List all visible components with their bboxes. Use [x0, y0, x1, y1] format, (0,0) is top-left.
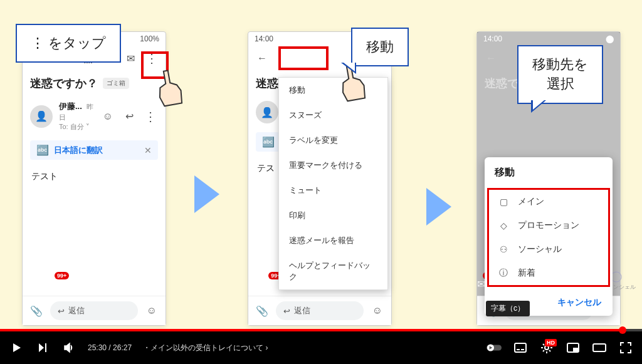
sheet-title: 移動 [485, 157, 613, 188]
callout-tap-more: ⋮ をタップ [16, 24, 121, 63]
theater-button[interactable] [592, 340, 607, 355]
back-icon[interactable]: ← [483, 51, 498, 66]
translate-icon: 🔤 [36, 144, 49, 156]
translate-bar[interactable]: 🔤 日本語に翻訳 ✕ [30, 140, 158, 160]
youtube-controls: 25:30 / 26:27 ・メイン以外の受信トレイについて › HD [0, 331, 642, 364]
sender-name: 伊藤... [59, 101, 82, 111]
sender-more-icon[interactable]: ⋮ [143, 109, 158, 124]
people-icon: ⚇ [498, 244, 509, 254]
highlight-more-button [141, 51, 169, 79]
move-option-updates[interactable]: ⓘ新着 [489, 261, 608, 285]
phone-screen-2: 14:00⬤ ← 迷惑 👤 🔤 テス 移動 スヌーズ ラベルを変更 重要マークを… [248, 31, 392, 326]
move-option-main[interactable]: ▢メイン [489, 190, 608, 214]
tag-icon: ◇ [498, 221, 509, 231]
menu-important[interactable]: 重要マークを付ける [279, 153, 387, 178]
move-option-social[interactable]: ⚇ソーシャル [489, 237, 608, 261]
email-subject: 迷惑 [256, 76, 278, 91]
avatar: 👤 [256, 101, 278, 123]
close-icon[interactable]: ✕ [144, 145, 152, 155]
option-label: プロモーション [518, 220, 579, 231]
option-label: ソーシャル [518, 244, 562, 255]
option-label: メイン [518, 196, 544, 207]
menu-snooze[interactable]: スヌーズ [279, 103, 387, 128]
step-arrow-icon [426, 188, 451, 226]
play-button[interactable] [9, 340, 24, 355]
autoplay-toggle[interactable] [487, 340, 502, 355]
hd-badge: HD [545, 339, 557, 346]
settings-button[interactable]: HD [539, 340, 554, 355]
email-body: テスト [23, 164, 166, 190]
emoji-icon[interactable]: ☺ [100, 109, 115, 124]
chapter-title[interactable]: ・メイン以外の受信トレイについて › [143, 343, 268, 353]
translate-text: 日本語に翻訳 [54, 145, 139, 156]
time-text: 14:00 [255, 34, 273, 43]
more-menu: 移動 スヌーズ ラベルを変更 重要マークを付ける ミュート 印刷 迷惑メールを報… [278, 77, 388, 290]
back-icon[interactable]: ← [255, 51, 270, 66]
sender-to: To: 自分 ˅ [59, 122, 94, 132]
avatar: 👤 [30, 105, 53, 128]
menu-print[interactable]: 印刷 [279, 203, 387, 228]
time-display: 25:30 / 26:27 [88, 343, 132, 352]
subtitle-tooltip: 字幕（c） [486, 301, 530, 316]
menu-label[interactable]: ラベルを変更 [279, 128, 387, 153]
inbox-icon: ▢ [498, 197, 509, 207]
sheet-list: ▢メイン ◇プロモーション ⚇ソーシャル ⓘ新着 [487, 188, 610, 287]
translate-icon: 🔤 [262, 136, 275, 148]
svg-rect-5 [521, 349, 524, 350]
email-subject: 迷惑ですか？ [30, 76, 98, 91]
fullscreen-button[interactable] [618, 340, 633, 355]
option-label: 新着 [518, 268, 535, 279]
miniplayer-button[interactable] [566, 340, 581, 355]
menu-mute[interactable]: ミュート [279, 178, 387, 203]
label-chip: ゴミ箱 [103, 78, 129, 89]
svg-rect-9 [593, 344, 606, 351]
emoji-icon[interactable]: ☺ [370, 303, 385, 318]
next-button[interactable] [35, 340, 50, 355]
svg-rect-8 [573, 348, 578, 351]
mail-icon[interactable]: ✉ [123, 51, 138, 66]
volume-button[interactable] [61, 340, 76, 355]
subtitles-button[interactable] [513, 340, 528, 355]
svg-rect-3 [515, 343, 526, 352]
battery-text: 100% [140, 34, 159, 43]
step-arrow-icon [194, 175, 219, 213]
menu-spam[interactable]: 迷惑メールを報告 [279, 228, 387, 253]
chevron-right-icon: › [265, 343, 268, 352]
statusbar: 14:00⬤ [477, 32, 620, 46]
callout-select-dest: 移動先を選択 [517, 45, 603, 104]
time-text: 14:00 [483, 34, 502, 43]
highlight-move-item [278, 46, 329, 70]
menu-help[interactable]: ヘルプとフィードバック [279, 253, 387, 289]
reply-pill[interactable]: ↩ 返信 [276, 301, 364, 320]
move-sheet: 移動 ▢メイン ◇プロモーション ⚇ソーシャル ⓘ新着 キャンセル [485, 157, 613, 316]
move-option-promo[interactable]: ◇プロモーション [489, 214, 608, 237]
callout-move: 移動 [351, 28, 409, 66]
svg-rect-4 [517, 349, 520, 350]
info-icon: ⓘ [498, 268, 509, 279]
video-content: 100% ← ⬚ 🗑 ✉ ⋮ 迷惑ですか？ ゴミ箱 👤 伊藤... 昨日 To:… [0, 0, 642, 329]
reply-pill[interactable]: ↩ 返信 [50, 301, 138, 320]
attach-icon[interactable]: 📎 [255, 303, 270, 318]
email-subject: 迷惑で [485, 76, 518, 91]
menu-move[interactable]: 移動 [279, 78, 387, 103]
emoji-icon[interactable]: ☺ [144, 303, 159, 318]
attach-icon[interactable]: 📎 [29, 303, 44, 318]
reply-arrow-icon[interactable]: ↩ [122, 109, 137, 124]
